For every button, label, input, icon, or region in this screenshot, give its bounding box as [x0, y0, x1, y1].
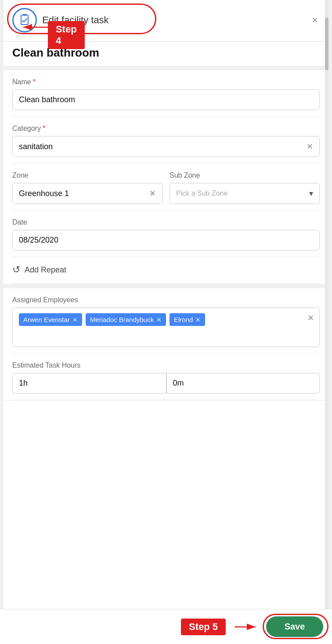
- category-label: Category *: [12, 125, 320, 132]
- task-hours-label: Estimated Task Hours: [12, 361, 320, 369]
- add-repeat-label: Add Repeat: [25, 265, 66, 275]
- hours-col: [12, 373, 166, 394]
- hours-row: [12, 373, 320, 394]
- date-label: Date: [12, 218, 320, 226]
- employee-name-meriadoc: Meriadoc Brandybuck: [90, 316, 154, 323]
- modal-container: Edit facility task Step 4 × Clean bathro…: [4, 0, 328, 644]
- step5-badge: Step 5: [181, 619, 226, 635]
- category-value: sanitation: [19, 142, 53, 151]
- subzone-col: Sub Zone Pick a Sub Zone ▾: [170, 172, 320, 204]
- save-button[interactable]: Save: [266, 616, 323, 637]
- category-group: Category * sanitation ✕: [12, 117, 320, 164]
- name-input[interactable]: [12, 89, 320, 110]
- subzone-label: Sub Zone: [170, 172, 320, 179]
- name-group: Name *: [12, 70, 320, 117]
- svg-rect-1: [23, 14, 26, 16]
- employee-tags: Arwen Evenstar ✕ Meriadoc Brandybuck ✕ E…: [19, 313, 313, 326]
- employees-section: Assigned Employees Arwen Evenstar ✕ Meri…: [4, 288, 328, 354]
- category-required: *: [43, 125, 45, 132]
- middle-divider: [4, 284, 328, 288]
- zone-clear-icon[interactable]: ✕: [149, 189, 156, 198]
- employee-name-elrond: Elrond: [174, 316, 193, 323]
- save-button-wrapper: Save: [266, 616, 323, 637]
- task-hours-section: Estimated Task Hours: [4, 354, 328, 401]
- scrollbar-thumb[interactable]: [325, 18, 328, 70]
- step5-arrow: [233, 619, 259, 635]
- zone-label: Zone: [12, 172, 162, 179]
- step4-badge: Step 4: [48, 21, 85, 49]
- date-input[interactable]: [12, 230, 320, 250]
- subzone-placeholder: Pick a Sub Zone: [176, 190, 227, 197]
- category-clear-icon[interactable]: ✕: [307, 142, 313, 151]
- employees-group: Assigned Employees Arwen Evenstar ✕ Meri…: [12, 288, 320, 354]
- employees-label: Assigned Employees: [12, 296, 320, 304]
- scrollbar-track[interactable]: [325, 0, 328, 644]
- repeat-icon: ↺: [12, 264, 20, 275]
- employees-clear-icon[interactable]: ✕: [307, 313, 314, 323]
- employee-tag-arwen: Arwen Evenstar ✕: [19, 313, 82, 326]
- task-hours-group: Estimated Task Hours: [12, 354, 320, 400]
- minutes-input[interactable]: [166, 373, 320, 394]
- employee-elrond-remove[interactable]: ✕: [195, 316, 201, 323]
- modal-header: Edit facility task Step 4 ×: [4, 0, 328, 42]
- minutes-col: [166, 373, 320, 394]
- form-section: Name * Category * sanitation ✕ Zone Gree…: [4, 70, 328, 284]
- employee-name-arwen: Arwen Evenstar: [23, 316, 70, 323]
- employee-meriadoc-remove[interactable]: ✕: [156, 316, 162, 323]
- employee-tag-meriadoc: Meriadoc Brandybuck ✕: [86, 313, 166, 326]
- category-select[interactable]: sanitation ✕: [12, 136, 320, 157]
- name-required: *: [33, 78, 36, 86]
- subzone-select[interactable]: Pick a Sub Zone ▾: [170, 183, 320, 204]
- employee-arwen-remove[interactable]: ✕: [72, 316, 78, 323]
- footer: Step 5 Save: [0, 609, 332, 644]
- zone-select[interactable]: Greenhouse 1 ✕: [12, 183, 162, 204]
- name-label: Name *: [12, 78, 320, 86]
- subzone-chevron-icon[interactable]: ▾: [309, 189, 313, 198]
- zone-col: Zone Greenhouse 1 ✕: [12, 172, 162, 204]
- hours-input[interactable]: [12, 373, 166, 394]
- close-button[interactable]: ×: [310, 13, 320, 27]
- date-group: Date: [12, 211, 320, 257]
- employees-field[interactable]: Arwen Evenstar ✕ Meriadoc Brandybuck ✕ E…: [12, 308, 320, 347]
- zone-row: Zone Greenhouse 1 ✕ Sub Zone Pick a Sub …: [12, 164, 320, 211]
- zone-value: Greenhouse 1: [19, 189, 69, 198]
- employee-tag-elrond: Elrond ✕: [170, 313, 205, 326]
- add-repeat-row[interactable]: ↺ Add Repeat: [12, 257, 320, 284]
- top-divider: [4, 66, 328, 70]
